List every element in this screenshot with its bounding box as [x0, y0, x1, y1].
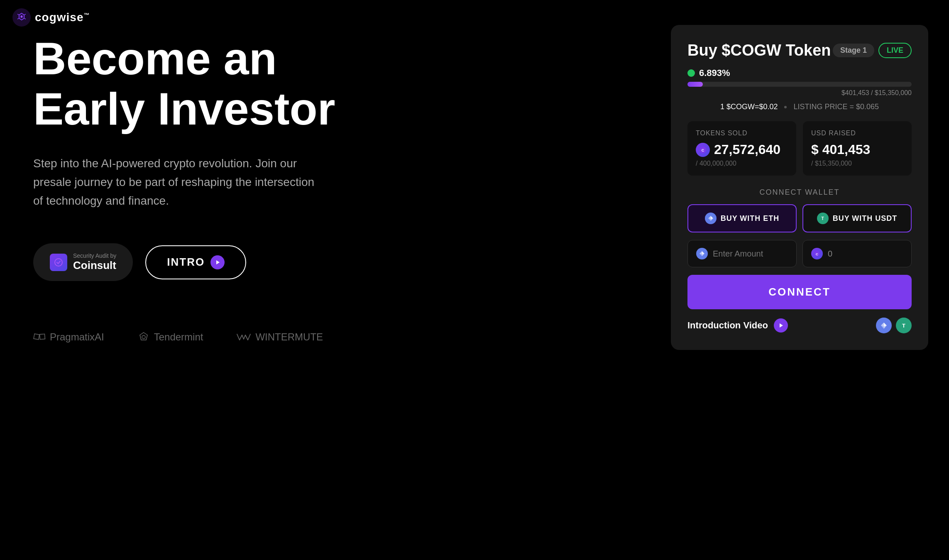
svg-marker-7: [216, 260, 220, 264]
eth-amount-field[interactable]: [687, 240, 797, 267]
progress-bar-background: [687, 82, 912, 87]
connect-button[interactable]: CONNECT: [687, 275, 912, 309]
intro-button[interactable]: INTRO: [145, 245, 246, 279]
price-cogw: 1 $COGW=$0.02: [720, 103, 778, 111]
svg-text:T: T: [902, 323, 905, 329]
tokens-sold-label: TOKENS SOLD: [696, 130, 788, 137]
intro-video-left: Introduction Video: [687, 318, 788, 333]
tendermint-icon: [137, 331, 150, 343]
partner-pragmatixai: PragmatixAI: [33, 331, 104, 343]
coinsult-text: Security Audit by Coinsult: [73, 252, 116, 272]
svg-text:T: T: [821, 216, 824, 221]
badge-live: LIVE: [878, 43, 912, 58]
usdt-coin-icon: T: [896, 318, 912, 333]
badge-stage: Stage 1: [833, 44, 874, 57]
usd-raised-value-row: $ 401,453: [811, 142, 903, 157]
svg-rect-8: [34, 334, 39, 340]
tokens-sold-value-row: C 27,572,640: [696, 142, 788, 157]
intro-video-row: Introduction Video T: [687, 318, 912, 333]
usd-raised-total: / $15,350,000: [811, 160, 903, 167]
panel-header: Buy $COGW Token Stage 1 LIVE: [687, 42, 912, 59]
progress-amounts: $401,453 / $15,350,000: [687, 89, 912, 97]
connect-wallet-label: CONNECT WALLET: [687, 188, 912, 197]
input-row: C: [687, 240, 912, 267]
intro-coin-icons: T: [876, 318, 912, 333]
price-info: 1 $COGW=$0.02 LISTING PRICE = $0.065: [687, 103, 912, 111]
coinsult-icon: [50, 254, 67, 271]
svg-marker-25: [780, 323, 783, 328]
cogw-token-icon: C: [696, 143, 710, 157]
action-buttons: Security Audit by Coinsult INTRO: [33, 243, 390, 281]
left-section: Become an Early Investor Step into the A…: [33, 33, 390, 343]
svg-point-6: [55, 259, 62, 266]
svg-point-1: [21, 16, 22, 17]
buy-usdt-button[interactable]: T BUY WITH USDT: [802, 204, 912, 232]
partners: PragmatixAI Tendermint WINTERMUTE: [33, 331, 390, 343]
eth-coin-icon: [876, 318, 892, 333]
intro-video-label: Introduction Video: [687, 320, 768, 331]
panel-title: Buy $COGW Token: [687, 42, 831, 59]
header: cogwise™: [12, 8, 90, 27]
hero-description: Step into the AI-powered crypto revoluti…: [33, 154, 324, 210]
progress-bar-fill: [687, 82, 703, 87]
usdt-icon: T: [817, 213, 829, 224]
progress-label: 6.893%: [687, 68, 912, 78]
progress-section: 6.893% $401,453 / $15,350,000: [687, 68, 912, 97]
cogwise-logo-icon: [12, 8, 31, 27]
tokens-sold-card: TOKENS SOLD C 27,572,640 / 400,000,000: [687, 121, 796, 176]
partner-wintermute: WINTERMUTE: [236, 331, 323, 343]
right-panel: Buy $COGW Token Stage 1 LIVE 6.893% $401…: [671, 25, 928, 350]
svg-text:C: C: [702, 148, 704, 152]
listing-price: LISTING PRICE = $0.065: [793, 103, 879, 111]
svg-text:C: C: [816, 252, 818, 256]
enter-amount-input[interactable]: [713, 249, 788, 259]
eth-icon: [705, 213, 717, 224]
cogw-amount-field[interactable]: C: [802, 240, 912, 267]
logo-text: cogwise™: [35, 11, 90, 24]
play-icon: [210, 255, 225, 269]
progress-percentage: 6.893%: [699, 68, 730, 78]
usd-raised-value: $ 401,453: [811, 142, 870, 157]
progress-dot: [687, 69, 695, 77]
intro-video-play-button[interactable]: [774, 318, 788, 333]
badges: Stage 1 LIVE: [833, 43, 912, 58]
svg-point-10: [142, 335, 145, 339]
coinsult-button[interactable]: Security Audit by Coinsult: [33, 243, 133, 281]
svg-rect-9: [39, 334, 45, 340]
buy-eth-button[interactable]: BUY WITH ETH: [687, 204, 797, 232]
buy-buttons: BUY WITH ETH T BUY WITH USDT: [687, 204, 912, 232]
pragmatixai-icon: [33, 331, 46, 343]
eth-input-icon: [696, 248, 708, 259]
cogw-amount-input[interactable]: [828, 249, 903, 259]
usd-raised-label: USD RAISED: [811, 130, 903, 137]
wintermute-icon: [236, 331, 251, 343]
hero-title: Become an Early Investor: [33, 33, 390, 134]
partner-tendermint: Tendermint: [137, 331, 203, 343]
cogw-input-icon: C: [811, 248, 823, 259]
tokens-sold-total: / 400,000,000: [696, 160, 788, 167]
price-separator: [784, 106, 787, 108]
usd-raised-card: USD RAISED $ 401,453 / $15,350,000: [803, 121, 912, 176]
stats-row: TOKENS SOLD C 27,572,640 / 400,000,000 U…: [687, 121, 912, 176]
tokens-sold-value: 27,572,640: [714, 142, 780, 157]
